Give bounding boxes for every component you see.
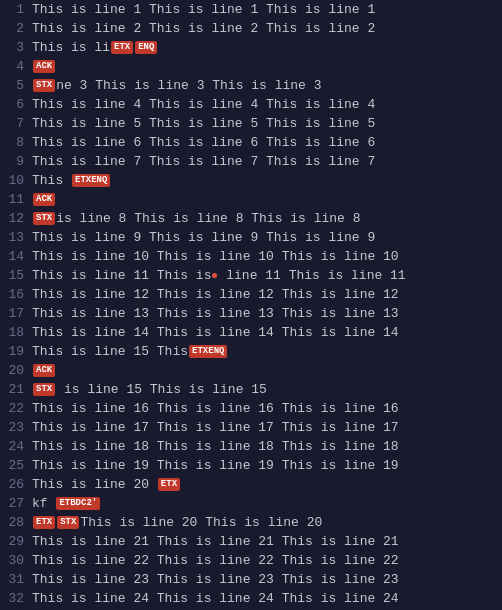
badge-enq: ENQ: [135, 41, 157, 54]
line-content: This is line 18 This is line 18 This is …: [32, 439, 399, 454]
badge-stx: STX: [33, 79, 55, 92]
text-content: This is line 22 This is line 22 This is …: [32, 553, 399, 568]
badge-etx: ETX: [111, 41, 133, 54]
text-content: This is line 23 This is line 23 This is …: [32, 572, 399, 587]
code-editor: 1This is line 1 This is line 1 This is l…: [0, 0, 502, 610]
text-content: This is line 1 This is line 1 This is li…: [32, 2, 375, 17]
line-number: 11: [4, 192, 32, 207]
line-number: 7: [4, 116, 32, 131]
line-content: This is line 15 ThisETXENQ: [32, 344, 228, 359]
table-row: 14This is line 10 This is line 10 This i…: [0, 247, 502, 266]
line-number: 20: [4, 363, 32, 378]
badge-etxenq: ETXENQ: [72, 174, 110, 187]
line-number: 29: [4, 534, 32, 549]
line-number: 14: [4, 249, 32, 264]
table-row: 11ACK: [0, 190, 502, 209]
line-number: 10: [4, 173, 32, 188]
line-content: ACK: [32, 364, 56, 377]
badge-stx: STX: [33, 383, 55, 396]
line-number: 18: [4, 325, 32, 340]
table-row: 27kf ETBDC2': [0, 494, 502, 513]
line-number: 30: [4, 553, 32, 568]
badge-ack: ACK: [33, 60, 55, 73]
line-number: 31: [4, 572, 32, 587]
table-row: 29This is line 21 This is line 21 This i…: [0, 532, 502, 551]
line-content: ACK: [32, 193, 56, 206]
line-number: 21: [4, 382, 32, 397]
text-content: This is line 4 This is line 4 This is li…: [32, 97, 375, 112]
text-content: This is line 5 This is line 5 This is li…: [32, 116, 375, 131]
line-content: This is line 1 This is line 1 This is li…: [32, 2, 375, 17]
table-row: 6This is line 4 This is line 4 This is l…: [0, 95, 502, 114]
text-content: This is line 9 This is line 9 This is li…: [32, 230, 375, 245]
text-content: This is line 14 This is line 14 This is …: [32, 325, 399, 340]
line-content: STXne 3 This is line 3 This is line 3: [32, 78, 321, 93]
text-content: This is li: [32, 40, 110, 55]
line-number: 25: [4, 458, 32, 473]
line-number: 12: [4, 211, 32, 226]
line-number: 19: [4, 344, 32, 359]
badge-etx: ETX: [33, 516, 55, 529]
text-content: kf: [32, 496, 55, 511]
badge-ack: ACK: [33, 364, 55, 377]
text-content: This is line 12 This is line 12 This is …: [32, 287, 399, 302]
table-row: 2This is line 2 This is line 2 This is l…: [0, 19, 502, 38]
line-content: This is line 14 This is line 14 This is …: [32, 325, 399, 340]
line-content: ACK: [32, 60, 56, 73]
table-row: 32This is line 24 This is line 24 This i…: [0, 589, 502, 608]
table-row: 4ACK: [0, 57, 502, 76]
table-row: 22This is line 16 This is line 16 This i…: [0, 399, 502, 418]
text-content: This is line 10 This is line 10 This is …: [32, 249, 399, 264]
table-row: 10This ETXENQ: [0, 171, 502, 190]
line-number: 4: [4, 59, 32, 74]
line-content: This is line 21 This is line 21 This is …: [32, 534, 399, 549]
table-row: 20ACK: [0, 361, 502, 380]
text-content: This is line 16 This is line 16 This is …: [32, 401, 399, 416]
table-row: 21STX is line 15 This is line 15: [0, 380, 502, 399]
table-row: 30This is line 22 This is line 22 This i…: [0, 551, 502, 570]
line-content: This is line 5 This is line 5 This is li…: [32, 116, 375, 131]
line-number: 13: [4, 230, 32, 245]
text-content: This is line 21 This is line 21 This is …: [32, 534, 399, 549]
text-content: This is line 20: [32, 477, 157, 492]
text-content: This: [32, 173, 71, 188]
line-content: This is line 2 This is line 2 This is li…: [32, 21, 375, 36]
table-row: 8This is line 6 This is line 6 This is l…: [0, 133, 502, 152]
table-row: 3This is liETXENQ: [0, 38, 502, 57]
line-number: 22: [4, 401, 32, 416]
table-row: 5STXne 3 This is line 3 This is line 3: [0, 76, 502, 95]
text-content: is line 15 This is line 15: [56, 382, 267, 397]
line-content: STXis line 8 This is line 8 This is line…: [32, 211, 360, 226]
line-content: This is line 7 This is line 7 This is li…: [32, 154, 375, 169]
text-content: This is line 6 This is line 6 This is li…: [32, 135, 375, 150]
table-row: 26This is line 20 ETX: [0, 475, 502, 494]
badge-stx: STX: [33, 212, 55, 225]
table-row: 1This is line 1 This is line 1 This is l…: [0, 0, 502, 19]
line-content: This is line 23 This is line 23 This is …: [32, 572, 399, 587]
line-number: 8: [4, 135, 32, 150]
line-number: 26: [4, 477, 32, 492]
line-number: 23: [4, 420, 32, 435]
badge-ack: ACK: [33, 193, 55, 206]
text-content: line 11 This is line 11: [218, 268, 405, 283]
line-number: 27: [4, 496, 32, 511]
text-content: This is line 2 This is line 2 This is li…: [32, 21, 375, 36]
table-row: 24This is line 18 This is line 18 This i…: [0, 437, 502, 456]
badge-stx: STX: [57, 516, 79, 529]
text-content: This is line 20 This is line 20: [80, 515, 322, 530]
badge-etbdc2: ETBDC2': [56, 497, 100, 510]
dot-marker: [212, 273, 217, 278]
badge-etx: ETX: [158, 478, 180, 491]
text-content: This is line 18 This is line 18 This is …: [32, 439, 399, 454]
line-content: This is line 4 This is line 4 This is li…: [32, 97, 375, 112]
table-row: 25This is line 19 This is line 19 This i…: [0, 456, 502, 475]
line-content: This is line 13 This is line 13 This is …: [32, 306, 399, 321]
line-content: This is line 22 This is line 22 This is …: [32, 553, 399, 568]
text-content: This is line 17 This is line 17 This is …: [32, 420, 399, 435]
table-row: 17This is line 13 This is line 13 This i…: [0, 304, 502, 323]
line-content: This is line 11 This is line 11 This is …: [32, 268, 406, 283]
text-content: This is line 13 This is line 13 This is …: [32, 306, 399, 321]
table-row: 15This is line 11 This is line 11 This i…: [0, 266, 502, 285]
line-content: This is line 20 ETX: [32, 477, 181, 492]
line-number: 1: [4, 2, 32, 17]
